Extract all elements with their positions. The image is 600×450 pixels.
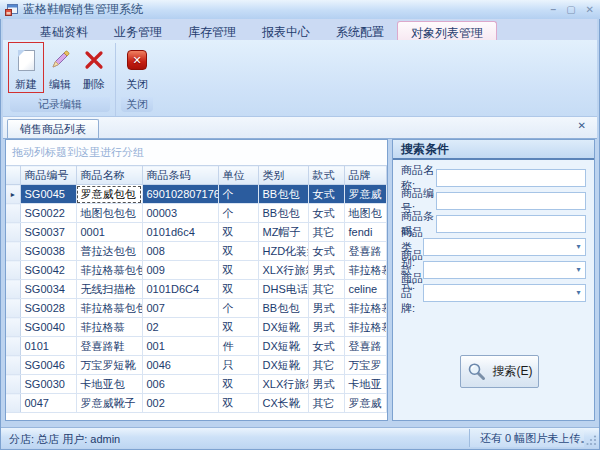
resize-grip-icon[interactable] — [586, 435, 597, 446]
cell-r7-c6[interactable]: 菲拉格慕 — [344, 318, 387, 337]
cell-r0-c1[interactable]: 罗意威包包 — [76, 185, 142, 204]
row-indicator[interactable] — [6, 242, 20, 261]
cell-r2-c3[interactable]: 双 — [218, 223, 258, 242]
cell-r1-c5[interactable]: 女式 — [308, 204, 344, 223]
cell-r2-c5[interactable]: 其它 — [308, 223, 344, 242]
cell-r1-c2[interactable]: 00003 — [142, 204, 218, 223]
cell-r3-c2[interactable]: 008 — [142, 242, 218, 261]
column-header-2[interactable]: 商品条码 — [142, 166, 218, 185]
row-indicator[interactable] — [6, 394, 20, 413]
row-indicator[interactable] — [6, 318, 20, 337]
edit-button[interactable]: 编辑 — [43, 43, 77, 92]
cell-r11-c6[interactable]: 罗意威 — [344, 394, 387, 413]
cell-r9-c4[interactable]: DX短靴 — [258, 356, 308, 375]
cell-r3-c5[interactable]: 女式 — [308, 242, 344, 261]
cell-r10-c6[interactable]: 卡地亚 — [344, 375, 387, 394]
row-indicator[interactable] — [6, 375, 20, 394]
cell-r5-c3[interactable]: 双 — [218, 280, 258, 299]
column-header-3[interactable]: 单位 — [218, 166, 258, 185]
cell-r3-c1[interactable]: 普拉达包包 — [76, 242, 142, 261]
cell-r5-c6[interactable]: celine — [344, 280, 387, 299]
cell-r8-c5[interactable]: 女式 — [308, 337, 344, 356]
cell-r4-c0[interactable]: SG0042 — [20, 261, 76, 280]
cell-r1-c1[interactable]: 地图包包包 — [76, 204, 142, 223]
search-field-input-5[interactable] — [424, 285, 572, 301]
ribbon-tab-3[interactable]: 报表中心 — [249, 21, 323, 40]
cell-r9-c5[interactable]: 其它 — [308, 356, 344, 375]
ribbon-tab-0[interactable]: 基础资料 — [27, 21, 101, 40]
chevron-down-icon[interactable]: ▾ — [572, 285, 585, 301]
cell-r2-c0[interactable]: SG0037 — [20, 223, 76, 242]
column-header-6[interactable]: 品牌 — [344, 166, 387, 185]
chevron-down-icon[interactable]: ▾ — [572, 239, 585, 255]
column-header-0[interactable]: 商品编号 — [20, 166, 76, 185]
cell-r9-c6[interactable]: 万宝罗 — [344, 356, 387, 375]
cell-r2-c4[interactable]: MZ帽子 — [258, 223, 308, 242]
cell-r2-c2[interactable]: 0101d6c4 — [142, 223, 218, 242]
cell-r11-c2[interactable]: 002 — [142, 394, 218, 413]
cell-r4-c1[interactable]: 菲拉格慕包包 — [76, 261, 142, 280]
cell-r9-c0[interactable]: SG0046 — [20, 356, 76, 375]
cell-r7-c0[interactable]: SG0040 — [20, 318, 76, 337]
search-field-input-1[interactable] — [437, 193, 585, 209]
cell-r7-c2[interactable]: 02 — [142, 318, 218, 337]
cell-r10-c5[interactable]: 男式 — [308, 375, 344, 394]
column-header-4[interactable]: 类别 — [258, 166, 308, 185]
row-indicator[interactable] — [6, 280, 20, 299]
cell-r6-c0[interactable]: SG0028 — [20, 299, 76, 318]
cell-r8-c3[interactable]: 件 — [218, 337, 258, 356]
cell-r0-c4[interactable]: BB包包 — [258, 185, 308, 204]
search-field-input-2[interactable] — [437, 216, 585, 232]
cell-r0-c0[interactable]: SG0045 — [20, 185, 76, 204]
cell-r4-c4[interactable]: XLX行旅箱 — [258, 261, 308, 280]
cell-r7-c3[interactable]: 双 — [218, 318, 258, 337]
cell-r4-c5[interactable]: 男式 — [308, 261, 344, 280]
search-dropdown-3[interactable]: ▾ — [423, 238, 586, 256]
cell-r10-c3[interactable]: 双 — [218, 375, 258, 394]
cell-r1-c6[interactable]: 地图包 — [344, 204, 387, 223]
search-input-1[interactable] — [436, 192, 586, 210]
ribbon-tab-1[interactable]: 业务管理 — [101, 21, 175, 40]
cell-r8-c0[interactable]: 0101 — [20, 337, 76, 356]
row-indicator[interactable] — [6, 223, 20, 242]
close-view-button[interactable]: ✕ 关闭 — [120, 43, 154, 92]
cell-r8-c4[interactable]: DX短靴 — [258, 337, 308, 356]
cell-r0-c6[interactable]: 罗意威 — [344, 185, 387, 204]
cell-r4-c3[interactable]: 双 — [218, 261, 258, 280]
cell-r8-c6[interactable]: 登喜路 — [344, 337, 387, 356]
cell-r3-c6[interactable]: 登喜路 — [344, 242, 387, 261]
cell-r10-c2[interactable]: 006 — [142, 375, 218, 394]
cell-r11-c3[interactable]: 双 — [218, 394, 258, 413]
search-field-input-4[interactable] — [424, 262, 572, 278]
ribbon-tab-2[interactable]: 库存管理 — [175, 21, 249, 40]
cell-r6-c6[interactable]: 菲拉格慕 — [344, 299, 387, 318]
row-indicator[interactable] — [6, 299, 20, 318]
cell-r3-c0[interactable]: SG0038 — [20, 242, 76, 261]
search-dropdown-4[interactable]: ▾ — [423, 261, 586, 279]
row-indicator[interactable]: ▸ — [6, 185, 20, 204]
cell-r2-c1[interactable]: 0001 — [76, 223, 142, 242]
row-indicator[interactable] — [6, 204, 20, 223]
cell-r10-c0[interactable]: SG0030 — [20, 375, 76, 394]
search-field-input-0[interactable] — [437, 170, 585, 186]
row-indicator[interactable] — [6, 337, 20, 356]
cell-r10-c1[interactable]: 卡地亚包 — [76, 375, 142, 394]
chevron-down-icon[interactable]: ▾ — [572, 262, 585, 278]
cell-r11-c1[interactable]: 罗意威靴子 — [76, 394, 142, 413]
cell-r5-c2[interactable]: 0101D6C4 — [142, 280, 218, 299]
search-input-2[interactable] — [436, 215, 586, 233]
cell-r0-c5[interactable]: 女式 — [308, 185, 344, 204]
cell-r5-c1[interactable]: 无线扫描枪 — [76, 280, 142, 299]
close-icon[interactable]: ✕ — [586, 3, 594, 17]
cell-r4-c2[interactable]: 009 — [142, 261, 218, 280]
cell-r3-c4[interactable]: HZD化装袋 — [258, 242, 308, 261]
tab-sales-product-list[interactable]: 销售商品列表 — [7, 119, 99, 138]
cell-r9-c3[interactable]: 只 — [218, 356, 258, 375]
delete-button[interactable]: 删除 — [77, 43, 111, 92]
cell-r5-c4[interactable]: DHS电话绳 — [258, 280, 308, 299]
cell-r8-c1[interactable]: 登喜路鞋 — [76, 337, 142, 356]
cell-r6-c3[interactable]: 个 — [218, 299, 258, 318]
groupby-drop-zone[interactable]: 拖动列标题到这里进行分组 — [6, 140, 387, 165]
cell-r8-c2[interactable]: 001 — [142, 337, 218, 356]
cell-r0-c2[interactable]: 6901028071765 — [142, 185, 218, 204]
